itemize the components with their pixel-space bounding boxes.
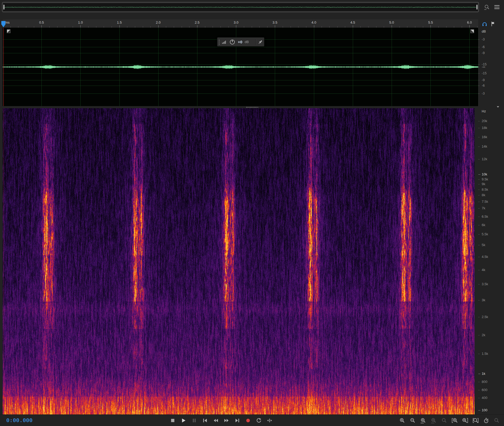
skip-end-icon [234,418,240,423]
chevron-down-icon[interactable] [496,106,500,108]
scale-tick [478,225,480,225]
scale-tick [478,202,480,202]
ruler-tick [306,26,306,28]
ruler-tick [104,26,104,28]
zoom-in-button[interactable] [398,417,406,424]
ruler-tick [18,26,18,28]
scale-tick [478,147,480,147]
db-scale[interactable]: dB -3-6-9-15-∞-15-9-6-3 [478,28,504,106]
rewind-button[interactable] [212,417,219,424]
zoom-in-at-out-point-button[interactable] [461,417,469,424]
zoom-out-button[interactable] [409,417,416,424]
spectrogram-panel[interactable] [3,108,475,414]
fade-out-handle[interactable] [470,29,474,33]
time-display[interactable]: 0:00.000 [6,417,33,423]
ruler-tick [150,26,151,28]
ruler-time-label: 1.0 [78,20,83,24]
ruler-tick [88,26,88,28]
navigator-zoom-icon[interactable] [484,4,490,11]
zoom-navigator[interactable] [2,2,479,12]
fade-in-handle[interactable] [7,29,10,33]
zoom-underline-icon [420,418,426,423]
pin-icon[interactable] [258,39,263,45]
scale-label: 7.5k [482,200,488,204]
scale-label: 5.5k [482,232,488,236]
scale-label: 8.5k [482,188,488,192]
scale-tick [478,195,480,195]
scale-tick [478,398,480,398]
scale-label: -9 [482,78,485,82]
zoom-in-icon [399,418,405,423]
record-icon [245,418,251,423]
rewind-icon [213,418,219,423]
panel-menu-icon[interactable] [494,4,500,11]
zoom-to-selection-button[interactable] [419,417,427,424]
frequency-scale[interactable]: Hz 20k18k16k14k12k10k9.5k9k8.5k8k7.5k7k6… [478,108,504,414]
ruler-tick [400,26,400,28]
scale-tick [478,80,480,80]
skip-to-start-button[interactable] [201,417,208,424]
scale-tick [478,73,480,74]
loop-icon [256,418,262,423]
ruler-tick [469,25,470,28]
scale-tick [478,234,480,235]
skip-selection-button[interactable] [266,417,273,424]
headphones-icon[interactable] [481,21,488,27]
record-button[interactable] [244,417,251,424]
hud-drag-handle[interactable] [219,40,219,45]
scale-label: -3 [482,37,485,41]
scale-tick [478,174,480,175]
ruler-tick [384,26,384,28]
zoom-navigator-track[interactable] [3,3,478,11]
volume-knob-icon[interactable] [229,39,235,45]
panel-divider[interactable] [0,106,504,108]
ruler-tick [360,26,361,28]
ruler-tick [166,26,166,28]
navigator-right-handle[interactable] [476,5,477,9]
playhead-line-spectrogram [3,108,4,414]
gain-value[interactable]: +0 [238,38,242,46]
ruler-tick [353,25,353,28]
ruler-time-label: 3.0 [234,20,238,24]
scale-tick [478,53,480,53]
scale-tick [478,374,480,374]
pitch-stopwatch-button[interactable] [482,417,490,424]
timeline-ruler[interactable]: hms 0.51.01.52.02.53.03.54.04.55.05.56.0 [3,19,478,28]
ruler-tick [267,26,267,28]
scale-label: 3k [482,298,485,302]
fast-forward-button[interactable] [223,417,230,424]
zoom-buttons [398,417,500,424]
scale-label: -15 [482,71,487,75]
ruler-time-label: 5.5 [428,20,433,24]
scale-label: 5k [482,243,485,247]
zoom-in-at-in-point-button[interactable] [451,417,458,424]
pause-button [191,417,198,424]
volume-hud[interactable]: +0 dB [217,37,264,46]
stop-button[interactable] [169,417,176,424]
ruler-tick [477,26,477,28]
ruler-tick [392,25,392,28]
ruler-tick [438,26,439,28]
divider-grip[interactable] [246,107,258,108]
skip-to-end-button[interactable] [234,417,241,424]
ruler-tick [462,26,462,28]
ruler-tick [252,26,252,28]
zoom-selection-time-button[interactable] [472,417,479,424]
spectrogram-canvas [3,108,475,414]
volume-meter-icon [222,40,227,44]
scale-label: 18k [482,126,487,130]
play-button[interactable] [180,417,187,424]
ruler-tick [259,26,260,28]
waveform-panel[interactable]: +0 dB [3,28,478,106]
ruler-tick [322,26,322,28]
ruler-tick [423,26,423,28]
loop-playback-button[interactable] [255,417,262,424]
marker-flag-icon[interactable] [490,21,496,27]
ruler-time-label: 4.5 [350,20,355,24]
navigator-left-handle[interactable] [3,5,4,9]
scale-tick [478,86,480,86]
ruler-tick [228,26,229,28]
scale-label: 10k [482,172,487,176]
scale-tick [478,67,480,67]
zoom-underline-icon [431,418,437,423]
